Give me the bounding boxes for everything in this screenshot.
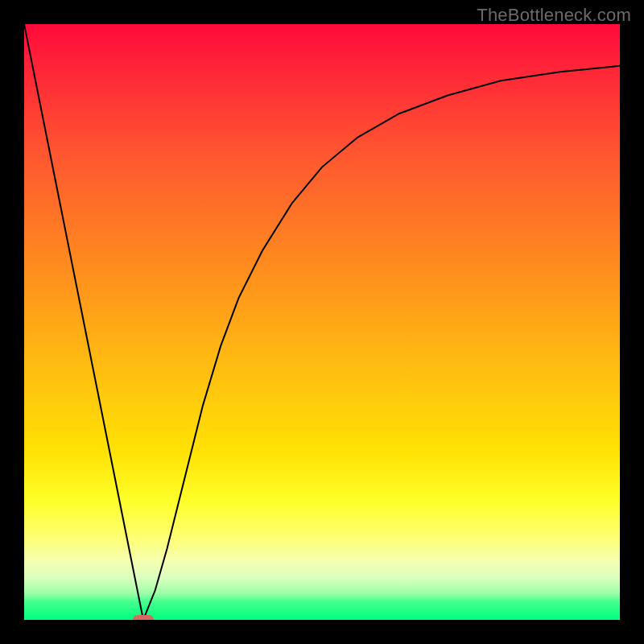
min-marker-pill (133, 615, 154, 620)
watermark-text: TheBottleneck.com (477, 5, 631, 26)
chart-frame: TheBottleneck.com (0, 0, 644, 644)
bottleneck-curve (24, 24, 620, 620)
curve-svg (24, 24, 620, 620)
plot-area (24, 24, 620, 620)
